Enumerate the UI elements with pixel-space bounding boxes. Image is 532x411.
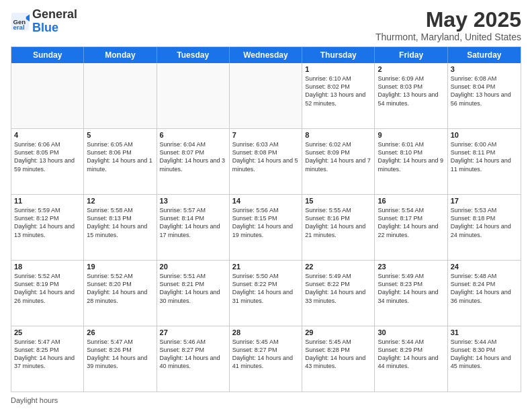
calendar-cell: 21Sunrise: 5:50 AM Sunset: 8:22 PM Dayli… bbox=[230, 261, 302, 326]
day-content: Sunrise: 6:09 AM Sunset: 8:03 PM Dayligh… bbox=[378, 75, 444, 107]
day-number: 2 bbox=[378, 65, 444, 73]
day-content: Sunrise: 6:08 AM Sunset: 8:04 PM Dayligh… bbox=[451, 75, 518, 107]
day-number: 12 bbox=[87, 197, 153, 205]
day-number: 6 bbox=[160, 131, 226, 139]
main-title: May 2025 bbox=[375, 8, 521, 32]
day-content: Sunrise: 5:44 AM Sunset: 8:29 PM Dayligh… bbox=[378, 338, 444, 371]
calendar-day-header: Friday bbox=[375, 47, 447, 63]
calendar-day-header: Tuesday bbox=[157, 47, 230, 63]
day-number: 24 bbox=[451, 263, 518, 271]
calendar-cell: 12Sunrise: 5:58 AM Sunset: 8:13 PM Dayli… bbox=[84, 195, 157, 260]
day-number: 7 bbox=[232, 131, 299, 139]
day-number: 11 bbox=[14, 197, 81, 205]
day-number: 15 bbox=[305, 197, 371, 205]
calendar-cell: 23Sunrise: 5:49 AM Sunset: 8:23 PM Dayli… bbox=[375, 261, 447, 326]
calendar-cell: 19Sunrise: 5:52 AM Sunset: 8:20 PM Dayli… bbox=[84, 261, 157, 326]
calendar-cell: 20Sunrise: 5:51 AM Sunset: 8:21 PM Dayli… bbox=[157, 261, 230, 326]
day-number: 8 bbox=[305, 131, 371, 139]
day-number: 4 bbox=[14, 131, 81, 139]
day-content: Sunrise: 5:56 AM Sunset: 8:15 PM Dayligh… bbox=[232, 206, 299, 239]
day-number: 23 bbox=[378, 263, 444, 271]
calendar-cell bbox=[84, 63, 157, 128]
title-block: May 2025 Thurmont, Maryland, United Stat… bbox=[375, 8, 521, 42]
calendar-cell bbox=[230, 63, 302, 128]
day-content: Sunrise: 5:49 AM Sunset: 8:22 PM Dayligh… bbox=[305, 272, 371, 305]
day-number: 3 bbox=[451, 65, 518, 73]
day-content: Sunrise: 5:49 AM Sunset: 8:23 PM Dayligh… bbox=[378, 272, 444, 305]
calendar-cell: 28Sunrise: 5:45 AM Sunset: 8:27 PM Dayli… bbox=[230, 326, 302, 392]
header: Gen eral General Blue May 2025 Thurmont,… bbox=[11, 8, 521, 42]
calendar-body: 1Sunrise: 6:10 AM Sunset: 8:02 PM Daylig… bbox=[11, 63, 521, 392]
day-number: 5 bbox=[87, 131, 153, 139]
calendar-day-header: Sunday bbox=[11, 47, 84, 63]
day-number: 17 bbox=[451, 197, 518, 205]
calendar-cell: 25Sunrise: 5:47 AM Sunset: 8:25 PM Dayli… bbox=[11, 326, 84, 392]
day-content: Sunrise: 5:48 AM Sunset: 8:24 PM Dayligh… bbox=[451, 272, 518, 305]
day-number: 19 bbox=[87, 263, 153, 271]
footer-text: Daylight hours bbox=[11, 396, 58, 404]
day-content: Sunrise: 6:03 AM Sunset: 8:08 PM Dayligh… bbox=[232, 140, 299, 173]
day-content: Sunrise: 5:47 AM Sunset: 8:26 PM Dayligh… bbox=[87, 338, 153, 371]
calendar-cell bbox=[157, 63, 230, 128]
calendar-cell: 9Sunrise: 6:01 AM Sunset: 8:10 PM Daylig… bbox=[375, 129, 447, 194]
day-number: 30 bbox=[378, 328, 444, 336]
day-number: 20 bbox=[160, 263, 226, 271]
day-number: 21 bbox=[232, 263, 299, 271]
logo-blue-text: Blue bbox=[32, 21, 58, 34]
calendar-day-header: Saturday bbox=[448, 47, 521, 63]
day-content: Sunrise: 5:47 AM Sunset: 8:25 PM Dayligh… bbox=[14, 338, 81, 371]
day-number: 25 bbox=[14, 328, 81, 336]
day-content: Sunrise: 6:04 AM Sunset: 8:07 PM Dayligh… bbox=[160, 140, 226, 173]
logo-text: General Blue bbox=[32, 8, 77, 35]
day-content: Sunrise: 5:52 AM Sunset: 8:20 PM Dayligh… bbox=[87, 272, 153, 305]
page: Gen eral General Blue May 2025 Thurmont,… bbox=[0, 0, 532, 411]
day-number: 9 bbox=[378, 131, 444, 139]
calendar-cell: 10Sunrise: 6:00 AM Sunset: 8:11 PM Dayli… bbox=[448, 129, 521, 194]
calendar-cell: 16Sunrise: 5:54 AM Sunset: 8:17 PM Dayli… bbox=[375, 195, 447, 260]
day-number: 26 bbox=[87, 328, 153, 336]
logo: Gen eral General Blue bbox=[11, 8, 77, 35]
day-number: 29 bbox=[305, 328, 371, 336]
day-content: Sunrise: 5:58 AM Sunset: 8:13 PM Dayligh… bbox=[87, 206, 153, 239]
day-content: Sunrise: 6:01 AM Sunset: 8:10 PM Dayligh… bbox=[378, 140, 444, 173]
calendar-cell: 31Sunrise: 5:44 AM Sunset: 8:30 PM Dayli… bbox=[448, 326, 521, 392]
day-number: 16 bbox=[378, 197, 444, 205]
calendar-cell: 17Sunrise: 5:53 AM Sunset: 8:18 PM Dayli… bbox=[448, 195, 521, 260]
calendar-cell: 5Sunrise: 6:05 AM Sunset: 8:06 PM Daylig… bbox=[84, 129, 157, 194]
day-content: Sunrise: 5:57 AM Sunset: 8:14 PM Dayligh… bbox=[160, 206, 226, 239]
footer: Daylight hours bbox=[11, 396, 521, 404]
day-content: Sunrise: 5:55 AM Sunset: 8:16 PM Dayligh… bbox=[305, 206, 371, 239]
calendar-week-row: 1Sunrise: 6:10 AM Sunset: 8:02 PM Daylig… bbox=[11, 63, 521, 129]
calendar-cell: 1Sunrise: 6:10 AM Sunset: 8:02 PM Daylig… bbox=[302, 63, 375, 128]
calendar-day-header: Wednesday bbox=[230, 47, 302, 63]
calendar-cell: 26Sunrise: 5:47 AM Sunset: 8:26 PM Dayli… bbox=[84, 326, 157, 392]
day-number: 10 bbox=[451, 131, 518, 139]
calendar-week-row: 4Sunrise: 6:06 AM Sunset: 8:05 PM Daylig… bbox=[11, 129, 521, 195]
day-number: 14 bbox=[232, 197, 299, 205]
day-content: Sunrise: 6:06 AM Sunset: 8:05 PM Dayligh… bbox=[14, 140, 81, 173]
calendar-week-row: 11Sunrise: 5:59 AM Sunset: 8:12 PM Dayli… bbox=[11, 195, 521, 261]
calendar-cell: 11Sunrise: 5:59 AM Sunset: 8:12 PM Dayli… bbox=[11, 195, 84, 260]
day-number: 28 bbox=[232, 328, 299, 336]
calendar-cell: 29Sunrise: 5:45 AM Sunset: 8:28 PM Dayli… bbox=[302, 326, 375, 392]
day-content: Sunrise: 5:46 AM Sunset: 8:27 PM Dayligh… bbox=[160, 338, 226, 371]
day-number: 22 bbox=[305, 263, 371, 271]
calendar-week-row: 18Sunrise: 5:52 AM Sunset: 8:19 PM Dayli… bbox=[11, 261, 521, 326]
logo-general-text: General bbox=[32, 7, 77, 21]
calendar-cell: 30Sunrise: 5:44 AM Sunset: 8:29 PM Dayli… bbox=[375, 326, 447, 392]
day-content: Sunrise: 5:44 AM Sunset: 8:30 PM Dayligh… bbox=[451, 338, 518, 371]
day-content: Sunrise: 6:00 AM Sunset: 8:11 PM Dayligh… bbox=[451, 140, 518, 173]
day-number: 13 bbox=[160, 197, 226, 205]
day-content: Sunrise: 5:54 AM Sunset: 8:17 PM Dayligh… bbox=[378, 206, 444, 239]
logo-icon: Gen eral bbox=[11, 12, 30, 31]
day-number: 18 bbox=[14, 263, 81, 271]
day-content: Sunrise: 6:10 AM Sunset: 8:02 PM Dayligh… bbox=[305, 75, 371, 107]
calendar-cell: 2Sunrise: 6:09 AM Sunset: 8:03 PM Daylig… bbox=[375, 63, 447, 128]
calendar-cell: 7Sunrise: 6:03 AM Sunset: 8:08 PM Daylig… bbox=[230, 129, 302, 194]
calendar-cell: 4Sunrise: 6:06 AM Sunset: 8:05 PM Daylig… bbox=[11, 129, 84, 194]
calendar-cell: 8Sunrise: 6:02 AM Sunset: 8:09 PM Daylig… bbox=[302, 129, 375, 194]
day-content: Sunrise: 5:51 AM Sunset: 8:21 PM Dayligh… bbox=[160, 272, 226, 305]
day-number: 31 bbox=[451, 328, 518, 336]
day-content: Sunrise: 5:53 AM Sunset: 8:18 PM Dayligh… bbox=[451, 206, 518, 239]
calendar-cell: 24Sunrise: 5:48 AM Sunset: 8:24 PM Dayli… bbox=[448, 261, 521, 326]
